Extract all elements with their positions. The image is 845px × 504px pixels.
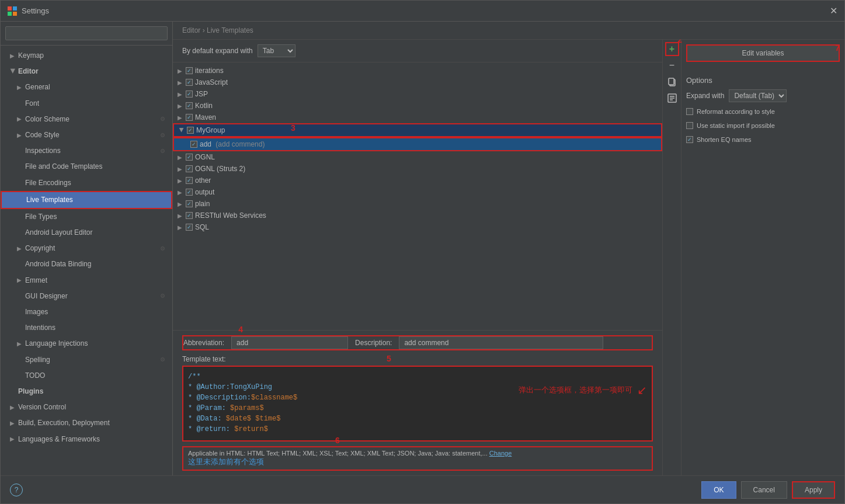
static-import-checkbox[interactable] — [686, 122, 693, 129]
main-content: ▶ Keymap ▶ Editor ▶ General ▶ Font ▶ — [1, 22, 844, 475]
template-group-maven[interactable]: ▶ Maven — [173, 112, 662, 123]
annotation-4: 4 — [238, 325, 243, 334]
group-checkbox-plain[interactable] — [186, 200, 193, 207]
group-checkbox-restful[interactable] — [186, 212, 193, 219]
group-label-ognl: OGNL — [195, 153, 215, 161]
expand-with-select[interactable]: Tab Enter Space — [258, 44, 295, 57]
group-checkbox-kotlin[interactable] — [186, 102, 193, 109]
edit-variables-button[interactable]: Edit variables — [686, 44, 840, 62]
template-item-add[interactable]: add (add commend) — [173, 137, 662, 151]
template-group-jsp[interactable]: ▶ JSP — [173, 88, 662, 100]
abbreviation-input[interactable] — [231, 336, 348, 349]
popup-annotation: 弹出一个选项框，选择第一项即可 ↙ — [519, 383, 647, 397]
group-checkbox-mygroup[interactable] — [187, 127, 194, 134]
arrow-icon: ▶ — [178, 178, 183, 184]
sidebar-item-file-code-templates[interactable]: ▶ File and Code Templates — [1, 159, 172, 175]
sidebar-item-editor[interactable]: ▶ Editor — [1, 64, 172, 79]
template-group-javascript[interactable]: ▶ JavaScript — [173, 77, 662, 88]
reformat-checkbox[interactable] — [686, 108, 693, 115]
item-checkbox-add[interactable] — [190, 141, 197, 148]
template-text-label: Template text: — [182, 355, 653, 363]
group-checkbox-iterations[interactable] — [186, 67, 193, 74]
group-checkbox-ognl[interactable] — [186, 154, 193, 161]
shorten-eq-checkbox[interactable] — [686, 136, 693, 143]
arrow-icon: ▶ — [178, 189, 183, 196]
sidebar-item-language-injections[interactable]: ▶ Language Injections — [1, 336, 172, 352]
sidebar-item-images[interactable]: ▶ Images — [1, 304, 172, 320]
ok-button[interactable]: OK — [701, 481, 736, 499]
arrow-icon: ▶ — [178, 154, 183, 161]
search-input[interactable] — [5, 26, 168, 40]
expand-with-row: Expand with Default (Tab) Tab Enter Spac… — [686, 89, 840, 102]
sidebar-item-code-style[interactable]: ▶ Code Style ⚙ — [1, 127, 172, 143]
add-template-button[interactable]: + — [665, 42, 679, 56]
close-button[interactable]: ✕ — [830, 6, 837, 16]
template-group-ognl-struts[interactable]: ▶ OGNL (Struts 2) — [173, 163, 662, 175]
popup-text: 弹出一个选项框，选择第一项即可 — [519, 385, 632, 395]
templates-area: By default expand with Tab Enter Space ▶ — [173, 40, 662, 475]
title-bar: Settings ✕ — [1, 1, 844, 22]
arrow-icon: ▶ — [179, 127, 185, 133]
sidebar-item-version-control[interactable]: ▶ Version Control — [1, 399, 172, 415]
side-toolbar: + − — [662, 40, 681, 475]
bottom-section: Abbreviation: Description: 4 Template te… — [173, 330, 662, 475]
group-checkbox-jsp[interactable] — [186, 91, 193, 98]
template-group-other[interactable]: ▶ other — [173, 175, 662, 186]
item-desc-add: (add commend) — [214, 140, 265, 148]
group-checkbox-ognl-struts[interactable] — [186, 165, 193, 172]
group-checkbox-other[interactable] — [186, 177, 193, 184]
template-group-mygroup[interactable]: ▶ MyGroup 3 — [173, 123, 662, 137]
arrow-icon: ▶ — [178, 91, 183, 98]
sidebar-item-keymap[interactable]: ▶ Keymap — [1, 48, 172, 64]
group-checkbox-sql[interactable] — [186, 224, 193, 231]
sidebar-item-languages-frameworks[interactable]: ▶ Languages & Frameworks — [1, 432, 172, 447]
sidebar-item-font[interactable]: ▶ Font — [1, 96, 172, 112]
group-checkbox-javascript[interactable] — [186, 79, 193, 86]
sidebar-item-gui-designer[interactable]: ▶ GUI Designer ⚙ — [1, 289, 172, 304]
sidebar-item-todo[interactable]: ▶ TODO — [1, 368, 172, 384]
arrow-icon: ▶ — [178, 103, 183, 109]
applicable-change-link[interactable]: Change — [489, 450, 512, 457]
sidebar-item-color-scheme[interactable]: ▶ Color Scheme ⚙ — [1, 112, 172, 127]
copy-template-button[interactable] — [665, 75, 679, 89]
sidebar-item-file-types[interactable]: ▶ File Types — [1, 209, 172, 225]
template-group-output[interactable]: ▶ output — [173, 186, 662, 198]
sidebar-item-inspections[interactable]: ▶ Inspections ⚙ — [1, 143, 172, 159]
shorten-eq-label: Shorten EQ names — [697, 136, 752, 143]
arrow-icon: ▶ — [178, 201, 183, 207]
sidebar-item-spelling[interactable]: ▶ Spelling ⚙ — [1, 352, 172, 368]
help-button[interactable]: ? — [10, 484, 23, 496]
template-group-sql[interactable]: ▶ SQL — [173, 221, 662, 233]
applicable-row: Applicable in HTML: HTML Text; HTML; XML… — [182, 446, 653, 471]
remove-template-button[interactable]: − — [665, 58, 679, 72]
apply-button[interactable]: Apply — [792, 481, 835, 499]
sidebar-item-android-layout-editor[interactable]: ▶ Android Layout Editor — [1, 225, 172, 241]
description-input[interactable] — [399, 336, 603, 349]
sidebar-item-android-data-binding[interactable]: ▶ Android Data Binding — [1, 256, 172, 272]
group-checkbox-output[interactable] — [186, 189, 193, 196]
template-group-ognl[interactable]: ▶ OGNL — [173, 151, 662, 163]
group-checkbox-maven[interactable] — [186, 114, 193, 121]
arrow-icon: ▶ — [178, 79, 183, 86]
template-group-plain[interactable]: ▶ plain — [173, 198, 662, 210]
sidebar-item-build-execution[interactable]: ▶ Build, Execution, Deployment — [1, 415, 172, 431]
template-editor[interactable]: /** * @Author:TongXuPing * @Description:… — [182, 366, 653, 442]
template-group-kotlin[interactable]: ▶ Kotlin — [173, 100, 662, 112]
arrow-icon: ▶ — [17, 131, 23, 140]
expand-row: By default expand with Tab Enter Space — [173, 40, 662, 62]
sidebar-item-live-templates[interactable]: ▶ Live Templates 1 — [1, 191, 172, 209]
arrow-icon: ▶ — [10, 51, 16, 61]
sidebar-item-copyright[interactable]: ▶ Copyright ⚙ — [1, 241, 172, 256]
sidebar-item-plugins[interactable]: ▶ Plugins — [1, 384, 172, 399]
sidebar-item-general[interactable]: ▶ General — [1, 79, 172, 95]
cancel-button[interactable]: Cancel — [741, 481, 787, 499]
sidebar-item-intentions[interactable]: ▶ Intentions — [1, 320, 172, 336]
template-group-restful[interactable]: ▶ RESTful Web Services — [173, 210, 662, 221]
expand-with-right-select[interactable]: Default (Tab) Tab Enter Space — [729, 89, 787, 102]
reformat-label: Reformat according to style — [697, 108, 775, 115]
sidebar-item-file-encodings[interactable]: ▶ File Encodings — [1, 175, 172, 191]
restore-defaults-button[interactable] — [665, 91, 679, 105]
sidebar-item-emmet[interactable]: ▶ Emmet — [1, 273, 172, 289]
template-group-iterations[interactable]: ▶ iterations — [173, 65, 662, 77]
template-line-5: * @Data: $date$ $time$ — [188, 413, 647, 424]
